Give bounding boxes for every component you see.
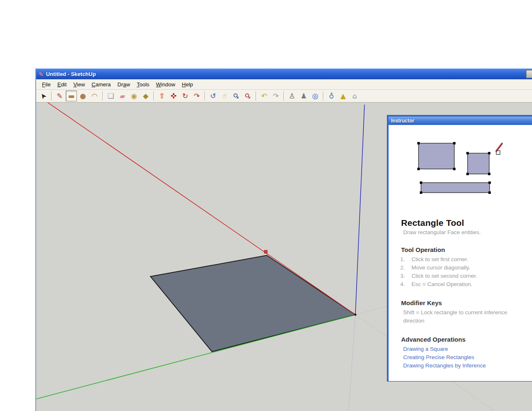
tape-measure-tool-button[interactable]: ◉ xyxy=(128,91,140,101)
orbit-icon: ↺ xyxy=(210,93,216,100)
step-number: 3. xyxy=(400,272,411,280)
diagram-rectangle-long xyxy=(421,183,490,193)
window-control-button[interactable] xyxy=(526,70,532,78)
menu-item-accel: W xyxy=(156,81,161,88)
menu-item[interactable]: Camera xyxy=(88,80,114,89)
zoom-extents-tool-button[interactable]: ♀ xyxy=(242,91,254,101)
instructor-link[interactable]: Creating Precise Rectangles xyxy=(403,353,532,362)
arc-icon: ◠ xyxy=(91,93,98,100)
pan-tool-button[interactable]: ☝ xyxy=(219,91,230,101)
menu-item-label-pre: Dr xyxy=(118,81,123,88)
next-view-tool-button[interactable]: ↷ xyxy=(270,91,281,101)
get-current-view-tool-button[interactable]: ♁ xyxy=(326,91,337,101)
menu-item[interactable]: File xyxy=(39,80,54,89)
make-component-tool-button[interactable]: ❏ xyxy=(105,91,116,101)
window-title: Untitled - SketchUp xyxy=(46,71,96,77)
select-tool-button[interactable]: ➤ xyxy=(38,91,49,101)
menu-item[interactable]: Tools xyxy=(133,80,153,89)
menu-item-accel: a xyxy=(123,81,126,88)
drawing-canvas[interactable]: Instructor xyxy=(36,103,532,411)
eraser-tool-button[interactable]: ▰ xyxy=(117,91,128,101)
circle-tool-button[interactable]: ● xyxy=(77,91,89,101)
position-camera-tool-button[interactable]: ♙ xyxy=(286,91,298,101)
paint-bucket-tool-button[interactable]: ◆ xyxy=(140,91,151,101)
instructor-panel: Instructor xyxy=(387,115,532,381)
step-text: Click to set second corner. xyxy=(411,272,477,280)
menu-item-label-post: ools xyxy=(139,81,149,88)
line-tool-button[interactable]: ✎ xyxy=(54,91,65,101)
step-number: 1. xyxy=(400,255,411,264)
orbit-tool-button[interactable]: ↺ xyxy=(207,91,219,101)
select-icon: ➤ xyxy=(39,91,48,100)
position-camera-icon: ♙ xyxy=(289,93,295,100)
paint-bucket-icon: ◆ xyxy=(143,93,148,100)
tool-operation-heading: Tool Operation xyxy=(401,246,532,253)
instructor-titlebar[interactable]: Instructor xyxy=(389,117,532,125)
menu-item-label-post: amera xyxy=(96,81,111,88)
instructor-link[interactable]: Drawing a Square xyxy=(403,345,532,353)
circle-icon: ● xyxy=(80,93,86,100)
menu-item-accel: V xyxy=(73,81,76,88)
menu-item-label-post: dit xyxy=(61,81,67,88)
instructor-title: Instructor xyxy=(391,118,414,124)
walk-icon: ♟ xyxy=(300,93,307,100)
previous-view-tool-button[interactable]: ↶ xyxy=(259,91,270,101)
menu-item[interactable]: Window xyxy=(153,80,178,89)
menu-item[interactable]: View xyxy=(70,80,88,89)
look-around-icon: ◎ xyxy=(312,93,318,100)
toolbar-separator xyxy=(323,91,324,100)
menu-item-accel: F xyxy=(42,81,45,88)
toolbar-separator xyxy=(256,91,256,100)
push-pull-icon: ⇧ xyxy=(159,93,165,100)
rotate-tool-button[interactable]: ↻ xyxy=(180,91,191,101)
place-model-icon: ⌂ xyxy=(352,93,357,100)
line-icon: ✎ xyxy=(57,93,62,100)
titlebar[interactable]: ✎ Untitled - SketchUp xyxy=(36,68,532,79)
arc-tool-button[interactable]: ◠ xyxy=(89,91,100,101)
toolbar-separator xyxy=(51,91,52,100)
offset-icon: ↷ xyxy=(194,93,200,100)
make-component-icon: ❏ xyxy=(108,93,114,100)
tool-operation-step: 1. Click to set first corner. xyxy=(400,255,532,264)
zoom-tool-button[interactable]: ♀ xyxy=(231,91,242,101)
eraser-icon: ▰ xyxy=(120,93,125,100)
origin-point xyxy=(355,314,357,316)
modifier-keys-text: Shift = Lock rectangle to current infere… xyxy=(403,308,525,325)
rectangle-tool-button[interactable]: ▬ xyxy=(66,91,77,101)
desktop: ✎ Untitled - SketchUp File Edit View Cam… xyxy=(0,0,532,411)
menu-item[interactable]: Edit xyxy=(54,80,70,89)
modifier-keys-heading: Modifier Keys xyxy=(401,299,532,306)
instructor-subtitle: Draw rectangular Face entities. xyxy=(403,229,532,235)
sketchup-app-icon: ✎ xyxy=(39,71,44,78)
look-around-tool-button[interactable]: ◎ xyxy=(310,91,321,101)
toggle-terrain-tool-button[interactable]: ▲ xyxy=(337,91,349,101)
instructor-body: Rectangle Tool Draw rectangular Face ent… xyxy=(389,125,532,381)
inference-point xyxy=(264,250,267,253)
previous-view-icon: ↶ xyxy=(261,93,267,100)
push-pull-tool-button[interactable]: ⇧ xyxy=(156,91,167,101)
tool-operation-step: 3. Click to set second corner. xyxy=(400,272,532,280)
toolbar: ➤✎▬●◠❏▰◉◆⇧✜↻↷↺☝♀♀↶↷♙♟◎♁▲⌂ xyxy=(36,90,532,103)
menu-item-label-post: elp xyxy=(186,81,193,88)
step-number: 4. xyxy=(400,280,411,289)
zoom-icon: ♀ xyxy=(232,92,241,100)
instructor-heading: Rectangle Tool xyxy=(401,218,532,228)
menu-item-accel: E xyxy=(57,81,61,88)
toolbar-separator xyxy=(204,91,205,100)
rectangle-tool-diagram xyxy=(398,142,532,200)
sketchup-window: ✎ Untitled - SketchUp File Edit View Cam… xyxy=(35,68,532,411)
move-tool-button[interactable]: ✜ xyxy=(168,91,179,101)
menu-item[interactable]: Draw xyxy=(114,80,133,89)
walk-tool-button[interactable]: ♟ xyxy=(298,91,309,101)
place-model-tool-button[interactable]: ⌂ xyxy=(349,91,360,101)
step-text: Click to set first corner. xyxy=(411,255,468,264)
toolbar-separator xyxy=(283,91,284,100)
diagram-rectangle-small xyxy=(468,153,489,174)
menu-item[interactable]: Help xyxy=(179,80,197,89)
instructor-link[interactable]: Drawing Rectangles by Inference xyxy=(403,362,532,370)
step-number: 2. xyxy=(400,264,411,272)
tool-operation-step: 4. Esc = Cancel Operation. xyxy=(400,280,532,289)
menu-item-label-post: ile xyxy=(45,81,51,88)
rotate-icon: ↻ xyxy=(182,93,188,100)
offset-tool-button[interactable]: ↷ xyxy=(191,91,202,101)
